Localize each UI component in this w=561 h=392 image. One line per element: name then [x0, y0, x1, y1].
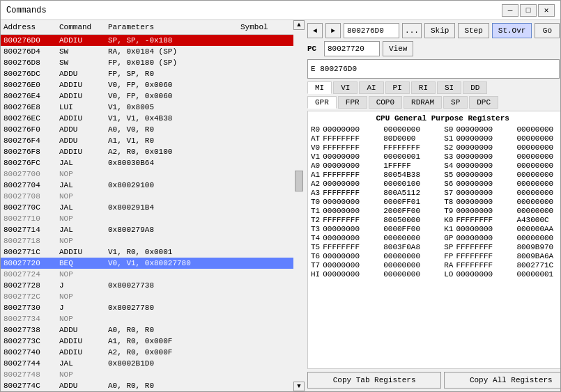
nav-left-button[interactable]: ◄: [307, 23, 323, 38]
st-ovr-button[interactable]: St.Ovr: [492, 23, 532, 38]
table-row[interactable]: 8002773CADDIUA1, R0, 0x000F: [1, 336, 293, 347]
reg-val-hi: 00000000: [456, 207, 514, 215]
table-row[interactable]: 800276E0ADDIUV0, FP, 0x0060: [1, 79, 293, 91]
address-cell: 8002773C: [1, 337, 56, 345]
address-cell: 800276E0: [1, 81, 56, 89]
tab-ri[interactable]: RI: [411, 81, 436, 94]
params-cell: A1, R0, 0x000F: [105, 337, 238, 345]
scroll-up-button[interactable]: ▲: [293, 20, 305, 30]
go-button[interactable]: Go: [535, 23, 560, 38]
table-row[interactable]: 8002774CADDUA0, R0, R0: [1, 380, 293, 391]
address-cell: 800276FC: [1, 159, 56, 167]
table-row[interactable]: 800276F8ADDIUA2, R0, 0x0100: [1, 146, 293, 157]
table-row[interactable]: 800276D8SWFP, 0x0180 (SP): [1, 57, 293, 68]
table-row[interactable]: 80027700NOP: [1, 168, 293, 180]
tab-rdram[interactable]: RDRAM: [404, 96, 442, 109]
bottom-buttons: Copy Tab Registers Copy All Registers: [307, 372, 560, 389]
tab-dd[interactable]: DD: [463, 81, 487, 94]
table-row[interactable]: 800276F4ADDUA1, V1, R0: [1, 135, 293, 146]
reg-name: A3: [311, 189, 320, 197]
reg-val-hi: 00000000: [323, 198, 381, 206]
table-row[interactable]: 800276F0ADDUA0, V0, R0: [1, 124, 293, 135]
column-headers: Address Command Parameters Symbol: [1, 20, 293, 35]
tab-cop0[interactable]: COP0: [369, 96, 402, 109]
table-row[interactable]: 80027744JAL0x8002B1D0: [1, 358, 293, 369]
table-row[interactable]: 80027724NOP: [1, 269, 293, 280]
reg-val-hi: 00000000: [456, 180, 514, 188]
table-row[interactable]: 80027720BEQV0, V1, 0x80027780: [1, 258, 293, 269]
address-display: 800276D0: [344, 23, 399, 38]
table-row[interactable]: 80027708NOP: [1, 191, 293, 202]
reg-val-hi: FFFFFFFF: [323, 134, 381, 143]
reg-val-hi: 00000000: [323, 207, 381, 215]
view-button[interactable]: View: [383, 41, 413, 56]
reg-name: S5: [444, 171, 453, 179]
reg-val-lo: 00000000: [516, 234, 560, 242]
params-cell: 0x800279A8: [105, 226, 238, 234]
table-row[interactable]: 80027728J0x80027738: [1, 280, 293, 291]
command-cell: SW: [56, 58, 105, 67]
table-row[interactable]: 8002770CJAL0x800291B4: [1, 202, 293, 213]
reg-name: T9: [444, 207, 453, 215]
tab-gpr[interactable]: GPR: [307, 96, 337, 109]
table-row[interactable]: 80027704JAL0x80029100: [1, 180, 293, 191]
table-row[interactable]: 80027714JAL0x800279A8: [1, 224, 293, 235]
table-row[interactable]: 800276FCJAL0x80030B64: [1, 157, 293, 168]
dots-button[interactable]: ...: [402, 23, 422, 38]
params-cell: 0x8002B1D0: [105, 359, 238, 368]
table-row[interactable]: 800276DCADDUFP, SP, R0: [1, 68, 293, 79]
table-row[interactable]: 80027738ADDUA0, R0, R0: [1, 324, 293, 336]
address-cell: 80027718: [1, 237, 56, 245]
skip-button[interactable]: Skip: [424, 23, 455, 38]
table-row[interactable]: 800276E8LUIV1, 0x8005: [1, 102, 293, 113]
table-row[interactable]: 800276E4ADDIUV0, FP, 0x0060: [1, 91, 293, 102]
reg-name: LO: [444, 270, 453, 279]
maximize-button[interactable]: □: [520, 4, 537, 17]
address-cell: 800276D8: [1, 58, 56, 67]
command-cell: JAL: [56, 159, 105, 167]
command-list[interactable]: 800276D0ADDIUSP, SP, -0x188800276D4SWRA,…: [1, 35, 293, 391]
table-row[interactable]: 8002772CNOP: [1, 291, 293, 302]
minimize-button[interactable]: —: [502, 4, 518, 17]
scroll-down-button[interactable]: ▼: [293, 382, 305, 391]
table-row[interactable]: 800276D0ADDIUSP, SP, -0x188: [1, 35, 293, 46]
table-row[interactable]: 80027740ADDIUA2, R0, 0x000F: [1, 347, 293, 358]
right-panel: ◄ ► 800276D0 ... Skip Step St.Ovr Go PC …: [305, 20, 560, 391]
params-cell: A0, R0, R0: [105, 382, 238, 390]
tab-si[interactable]: SI: [437, 81, 461, 94]
reg-name: R0: [311, 125, 320, 134]
address-cell: 800276D0: [1, 36, 56, 45]
close-button[interactable]: ✕: [538, 4, 555, 17]
copy-all-registers-button[interactable]: Copy All Registers: [444, 372, 560, 389]
address-cell: 80027708: [1, 192, 56, 201]
tab-dpc[interactable]: DPC: [469, 96, 498, 109]
reg-name: S6: [444, 180, 453, 188]
reg-val-hi: FFFFFFFF: [323, 243, 381, 251]
table-row[interactable]: 80027730J0x80027780: [1, 302, 293, 313]
reg-val-lo: 00000100: [383, 180, 441, 188]
table-row[interactable]: 80027734NOP: [1, 313, 293, 324]
reg-val-hi: 00000000: [323, 225, 381, 233]
table-row[interactable]: 80027710NOP: [1, 213, 293, 224]
tab-fpr[interactable]: FPR: [338, 96, 367, 109]
step-button[interactable]: Step: [458, 23, 489, 38]
tab-sp[interactable]: SP: [443, 96, 468, 109]
copy-tab-registers-button[interactable]: Copy Tab Registers: [307, 372, 441, 389]
scrollbar[interactable]: ▲ ▼: [293, 20, 305, 391]
reg-val-hi: 00000000: [456, 225, 514, 233]
tab-mi[interactable]: MI: [307, 81, 332, 94]
tab-vi[interactable]: VI: [333, 81, 358, 94]
table-row[interactable]: 800276D4SWRA, 0x0184 (SP): [1, 46, 293, 57]
address-cell: 80027714: [1, 226, 56, 234]
table-row[interactable]: 80027718NOP: [1, 235, 293, 246]
reg-val-hi: 00000000: [323, 125, 381, 134]
tab-ai[interactable]: AI: [359, 81, 383, 94]
tab-pi[interactable]: PI: [385, 81, 410, 94]
pc-value: 80027720: [324, 41, 380, 56]
table-row[interactable]: 80027748NOP: [1, 369, 293, 380]
table-row[interactable]: 8002771CADDIUV1, R0, 0x0001: [1, 246, 293, 258]
table-row[interactable]: 800276ECADDIUV1, V1, 0x4B38: [1, 113, 293, 124]
params-cell: A2, R0, 0x0100: [105, 148, 238, 156]
nav-right-button[interactable]: ►: [325, 23, 341, 38]
command-cell: NOP: [56, 270, 105, 279]
